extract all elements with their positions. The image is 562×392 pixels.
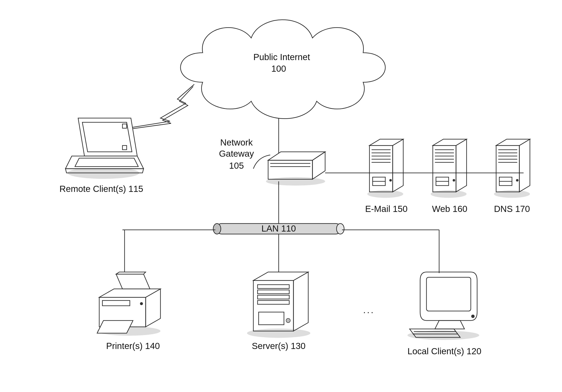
svg-marker-20 <box>369 139 403 146</box>
svg-point-35 <box>453 179 455 181</box>
local-client-label: Local Client(s) 120 <box>401 346 488 357</box>
gateway-leader <box>252 154 271 173</box>
svg-marker-2 <box>78 118 137 156</box>
svg-rect-81 <box>426 277 471 311</box>
svg-marker-31 <box>456 139 467 192</box>
server-email-label: E-Mail 150 <box>359 203 414 215</box>
printer-icon <box>91 268 167 337</box>
svg-marker-64 <box>99 289 161 297</box>
svg-rect-74 <box>258 285 289 289</box>
drop-printer <box>120 227 129 273</box>
svg-rect-78 <box>259 312 284 325</box>
server-web-icon <box>426 135 471 200</box>
svg-rect-75 <box>258 290 289 294</box>
ellipsis: ... <box>363 305 375 315</box>
svg-marker-19 <box>393 139 403 192</box>
svg-point-69 <box>140 302 143 305</box>
svg-marker-71 <box>253 280 293 331</box>
remote-client-label: Remote Client(s) 115 <box>55 183 148 195</box>
svg-marker-82 <box>435 321 465 329</box>
svg-rect-77 <box>258 301 289 304</box>
link-gateway-lan <box>274 181 283 224</box>
svg-marker-44 <box>496 139 530 146</box>
server-label: Server(s) 130 <box>245 341 313 352</box>
svg-rect-76 <box>258 295 289 299</box>
printer-label: Printer(s) 140 <box>101 341 165 352</box>
svg-point-29 <box>431 190 467 198</box>
svg-point-41 <box>494 190 530 198</box>
svg-point-70 <box>247 328 310 338</box>
svg-marker-10 <box>268 152 325 160</box>
cloud-title: Public Internet <box>253 52 304 63</box>
desktop-icon <box>401 266 486 342</box>
svg-point-86 <box>471 315 475 318</box>
laptop-icon <box>59 114 148 181</box>
server-email-icon <box>363 135 408 200</box>
svg-marker-67 <box>97 321 133 333</box>
server-dns-icon <box>490 135 534 200</box>
svg-marker-32 <box>433 139 467 146</box>
svg-marker-72 <box>293 272 308 331</box>
server-tower-icon <box>241 268 317 339</box>
svg-marker-73 <box>253 272 308 280</box>
svg-point-80 <box>408 331 479 340</box>
svg-marker-65 <box>116 274 150 289</box>
svg-rect-68 <box>102 301 130 306</box>
svg-point-79 <box>286 318 290 323</box>
cloud-ref: 100 <box>263 63 294 74</box>
svg-marker-66 <box>116 272 146 274</box>
svg-point-23 <box>389 179 392 181</box>
diagram-stage: Public Internet 100 Remote Client(s) 115… <box>0 0 562 392</box>
server-dns-label: DNS 170 <box>488 203 536 215</box>
server-web-label: Web 160 <box>426 203 473 215</box>
svg-marker-43 <box>519 139 530 192</box>
bus-line <box>122 227 439 233</box>
svg-point-47 <box>516 179 518 181</box>
svg-point-17 <box>367 190 403 198</box>
